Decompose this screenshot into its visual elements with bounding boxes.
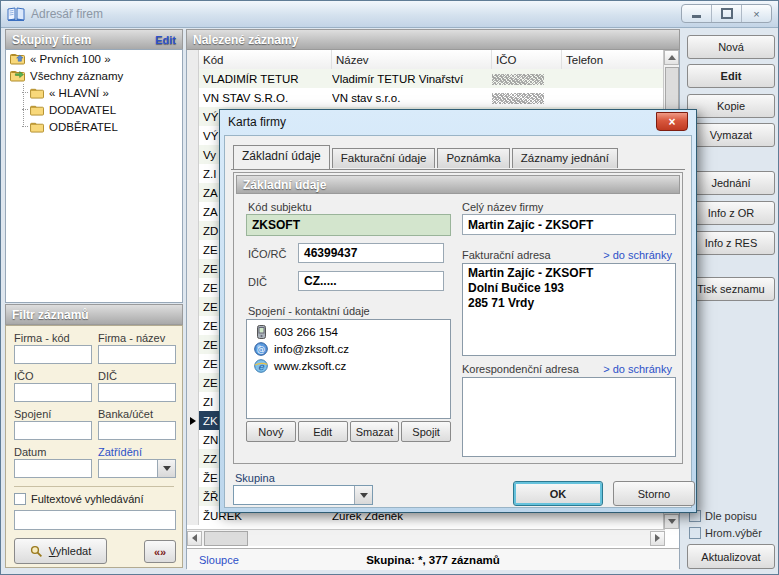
jednani-button[interactable]: Jednání xyxy=(687,171,775,195)
ico-rc-label: IČO/RČ xyxy=(248,248,287,260)
delete-button[interactable]: Vymazat xyxy=(687,123,775,147)
contact-row-email[interactable]: @ info@zksoft.cz xyxy=(247,340,450,357)
combo-dropdown-button[interactable] xyxy=(354,486,372,504)
minimize-icon xyxy=(692,15,701,18)
scroll-left-button[interactable] xyxy=(187,531,202,546)
update-button[interactable]: Aktualizovat xyxy=(687,544,775,569)
korespond-clipboard-link[interactable]: > do schránky xyxy=(603,363,672,375)
ico-rc-field[interactable]: 46399437 xyxy=(298,243,444,263)
copy-button[interactable]: Kopie xyxy=(687,94,775,118)
row-gutter xyxy=(187,88,199,107)
scroll-up-icon xyxy=(668,55,676,60)
info-z-res-button[interactable]: Info z RES xyxy=(687,231,775,255)
filter-input-datum[interactable] xyxy=(14,459,92,478)
minimize-button[interactable] xyxy=(682,5,712,22)
print-list-button[interactable]: Tisk seznamu xyxy=(687,277,775,301)
collapse-panel-button[interactable]: «» xyxy=(144,540,176,563)
tree-item-vsechny-zaznamy[interactable]: Všechny záznamy xyxy=(6,67,182,84)
columns-link[interactable]: Sloupce xyxy=(199,554,239,566)
search-button[interactable]: Vyhledat xyxy=(14,538,107,564)
records-panel-header: Nalezené záznamy xyxy=(186,29,680,50)
filter-input-banka-ucet[interactable] xyxy=(98,421,176,440)
fulltext-input[interactable] xyxy=(14,510,176,530)
cely-nazev-field[interactable]: Martin Zajíc - ZKSOFT xyxy=(462,214,676,235)
filter-combo-zatrideni[interactable] xyxy=(98,459,176,478)
column-header-kod[interactable]: Kód xyxy=(199,50,332,69)
row-gutter xyxy=(187,221,199,240)
contact-edit-button[interactable]: Edit xyxy=(298,421,348,442)
tab-poznamka[interactable]: Poznámka xyxy=(437,148,509,168)
new-button[interactable]: Nová xyxy=(687,35,775,59)
row-gutter xyxy=(187,316,199,335)
contact-row-web[interactable]: e www.zksoft.cz xyxy=(247,357,450,374)
tab-zaznamy-jednani[interactable]: Záznamy jednání xyxy=(512,148,618,168)
tab-zakladni-udaje[interactable]: Základní údaje xyxy=(233,145,330,169)
kod-subjektu-field[interactable]: ZKSOFT xyxy=(246,214,451,236)
fulltext-label: Fultextové vyhledávání xyxy=(31,493,144,505)
column-header-nazev[interactable]: Název xyxy=(332,50,492,69)
tree-item-label: Všechny záznamy xyxy=(30,70,123,82)
tree-item-hlavni[interactable]: « HLAVNÍ » xyxy=(16,84,182,101)
action-column: Nová Edit Kopie Vymazat Jednání Info z O… xyxy=(687,29,776,569)
ok-button[interactable]: OK xyxy=(513,481,603,506)
tab-fakturacni-udaje[interactable]: Fakturační údaje xyxy=(332,148,436,168)
hrom-vyber-checkbox[interactable] xyxy=(689,527,701,539)
contact-value: www.zksoft.cz xyxy=(274,360,346,372)
filter-input-firma-nazev[interactable] xyxy=(98,345,176,364)
selected-row-arrow-icon xyxy=(190,417,196,425)
dialog-close-button[interactable]: × xyxy=(656,112,688,131)
fulltext-checkbox[interactable] xyxy=(14,493,26,505)
karta-firmy-dialog: Karta firmy × Základní údaje Fakturační … xyxy=(219,109,697,513)
dic-field[interactable]: CZ..... xyxy=(298,271,444,291)
row-gutter xyxy=(187,335,199,354)
filter-input-ico[interactable] xyxy=(14,383,92,402)
cell-kod: VN STAV S.R.O. xyxy=(199,92,332,104)
skupina-combo[interactable] xyxy=(233,485,373,505)
tree-item-dodavatel[interactable]: DODAVATEL xyxy=(16,101,182,118)
scroll-right-button[interactable] xyxy=(650,531,665,546)
tree-item-odberatel[interactable]: ODBĚRATEL xyxy=(16,118,182,135)
contact-delete-button[interactable]: Smazat xyxy=(350,421,400,442)
contacts-listbox[interactable]: 603 266 154 @ info@zksoft.cz e www.zksof… xyxy=(246,319,451,419)
spojeni-label: Spojení - kontaktní údaje xyxy=(248,305,370,317)
storno-button[interactable]: Storno xyxy=(613,481,695,506)
scroll-down-button[interactable] xyxy=(664,514,679,529)
close-button[interactable]: × xyxy=(742,5,771,22)
cely-nazev-label: Celý název firmy xyxy=(462,201,543,213)
header-gutter xyxy=(187,50,199,69)
dialog-title-bar[interactable]: Karta firmy xyxy=(220,110,696,134)
fakt-clipboard-link[interactable]: > do schránky xyxy=(603,249,672,261)
tree-item-prvnich-100[interactable]: « Prvních 100 » xyxy=(6,50,182,67)
horizontal-scroll-thumb[interactable] xyxy=(204,531,248,546)
email-icon: @ xyxy=(253,342,269,356)
row-gutter xyxy=(187,297,199,316)
edit-button[interactable]: Edit xyxy=(687,64,775,88)
filter-input-firma-kod[interactable] xyxy=(14,345,92,364)
filter-input-dic[interactable] xyxy=(98,383,176,402)
groups-edit-link[interactable]: Edit xyxy=(155,34,176,46)
info-z-or-button[interactable]: Info z OR xyxy=(687,201,775,225)
column-header-ico[interactable]: IČO xyxy=(492,50,562,69)
korespondencni-adresa-box[interactable] xyxy=(462,377,676,457)
contact-row-phone[interactable]: 603 266 154 xyxy=(247,323,450,340)
cell-ico xyxy=(492,90,562,106)
horizontal-scrollbar[interactable] xyxy=(187,529,665,546)
title-bar[interactable]: Adresář firem × xyxy=(1,1,778,28)
column-header-telefon[interactable]: Telefon xyxy=(562,50,665,69)
groups-tree: « Prvních 100 » Všechny záznamy « HLAVNÍ… xyxy=(5,49,183,303)
table-row[interactable]: VN STAV S.R.O.VN stav s.r.o. xyxy=(187,88,665,107)
contact-merge-button[interactable]: Spojit xyxy=(401,421,451,442)
contact-new-button[interactable]: Nový xyxy=(246,421,296,442)
filter-input-spojeni[interactable] xyxy=(14,421,92,440)
combo-dropdown-button[interactable] xyxy=(157,460,175,477)
cell-nazev: VN stav s.r.o. xyxy=(332,92,492,104)
folder-icon xyxy=(30,87,45,99)
scroll-up-button[interactable] xyxy=(664,50,679,65)
groups-panel-title: Skupiny firem xyxy=(12,33,91,47)
window-controls: × xyxy=(681,4,772,23)
maximize-button[interactable] xyxy=(712,5,742,22)
fakturacni-adresa-box[interactable]: Martin Zajíc - ZKSOFT Dolní Bučice 193 2… xyxy=(462,263,676,356)
vertical-scroll-thumb[interactable] xyxy=(665,67,679,115)
table-row[interactable]: VLADIMÍR TETURVladimír TETUR Vinařství xyxy=(187,69,665,88)
scroll-left-icon xyxy=(192,534,197,542)
